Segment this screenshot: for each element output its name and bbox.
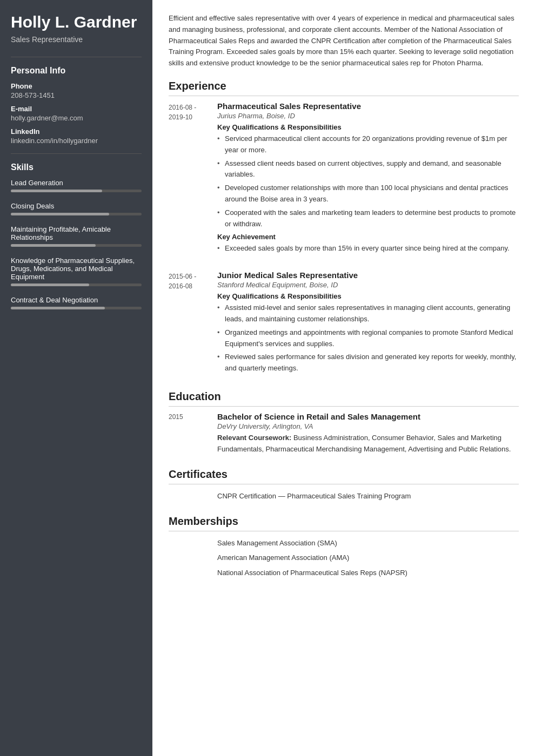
linkedin-info: LinkedIn linkedin.com/in/hollygardner	[11, 127, 142, 145]
skill-item: Knowledge of Pharmaceutical Supplies, Dr…	[11, 256, 142, 286]
membership-item: American Management Association (AMA)	[169, 551, 519, 564]
edu-content: Bachelor of Science in Retail and Sales …	[217, 412, 519, 455]
achievement-heading: Key Achievement	[217, 233, 519, 241]
phone-label: Phone	[11, 82, 142, 90]
exp-company: Stanford Medical Equipment, Boise, ID	[217, 281, 519, 289]
experience-entry: 2015-06 -2016-08 Junior Medical Sales Re…	[169, 271, 519, 377]
exp-content: Pharmaceutical Sales Representative Juri…	[217, 102, 519, 258]
qualification-item: Reviewed sales performance for sales div…	[217, 352, 519, 374]
skill-bar-fill	[11, 307, 105, 309]
skills-list: Lead Generation Closing Deals Maintainin…	[11, 179, 142, 309]
skill-bar-fill	[11, 213, 109, 215]
edu-school: DeVry University, Arlington, VA	[217, 422, 519, 430]
skill-bar-bg	[11, 244, 142, 247]
achievement-item: Exceeded sales goals by more than 15% in…	[217, 243, 519, 254]
skill-bar-fill	[11, 190, 102, 192]
skill-bar-bg	[11, 284, 142, 286]
skill-item: Closing Deals	[11, 202, 142, 215]
exp-title: Junior Medical Sales Representative	[217, 271, 519, 280]
edu-title: Bachelor of Science in Retail and Sales …	[217, 412, 519, 421]
education-section: Education 2015 Bachelor of Science in Re…	[169, 390, 519, 455]
exp-date: 2015-06 -2016-08	[169, 271, 217, 377]
education-heading: Education	[169, 390, 519, 407]
email-info: E-mail holly.gardner@me.com	[11, 105, 142, 122]
exp-content: Junior Medical Sales Representative Stan…	[217, 271, 519, 377]
certificates-list: CNPR Certification — Pharmaceutical Sale…	[169, 490, 519, 502]
qualifications-list: Serviced pharmaceutical client accounts …	[217, 133, 519, 230]
education-entry: 2015 Bachelor of Science in Retail and S…	[169, 412, 519, 455]
candidate-title: Sales Representative	[11, 35, 142, 44]
skill-bar-fill	[11, 284, 89, 286]
linkedin-value: linkedin.com/in/hollygardner	[11, 137, 142, 145]
exp-date: 2016-08 -2019-10	[169, 102, 217, 258]
skill-item: Lead Generation	[11, 179, 142, 192]
certificate-item: CNPR Certification — Pharmaceutical Sale…	[169, 490, 519, 502]
skill-bar-bg	[11, 213, 142, 215]
memberships-section: Memberships Sales Management Association…	[169, 515, 519, 579]
edu-date: 2015	[169, 412, 217, 455]
qualification-item: Assisted mid-level and senior sales repr…	[217, 302, 519, 325]
qualification-item: Cooperated with the sales and marketing …	[217, 207, 519, 230]
experience-heading: Experience	[169, 80, 519, 96]
phone-info: Phone 208-573-1451	[11, 82, 142, 99]
edu-coursework: Relevant Coursework: Business Administra…	[217, 433, 519, 455]
skill-item: Maintaining Profitable, Amicable Relatio…	[11, 225, 142, 247]
experience-section: Experience 2016-08 -2019-10 Pharmaceutic…	[169, 80, 519, 377]
membership-item: National Association of Pharmaceutical S…	[169, 566, 519, 579]
qualifications-heading: Key Qualifications & Responsibilities	[217, 292, 519, 300]
membership-item: Sales Management Association (SMA)	[169, 537, 519, 549]
exp-company: Jurius Pharma, Boise, ID	[217, 112, 519, 120]
skill-bar-bg	[11, 307, 142, 309]
experience-list: 2016-08 -2019-10 Pharmaceutical Sales Re…	[169, 102, 519, 377]
qualifications-list: Assisted mid-level and senior sales repr…	[217, 302, 519, 374]
skill-name: Lead Generation	[11, 179, 142, 187]
qualification-item: Organized meetings and appointments with…	[217, 327, 519, 350]
qualifications-heading: Key Qualifications & Responsibilities	[217, 123, 519, 131]
personal-info-heading: Personal Info	[11, 66, 142, 76]
skills-heading: Skills	[11, 163, 142, 172]
sidebar: Holly L. Gardner Sales Representative Pe…	[0, 0, 152, 756]
skill-name: Contract & Deal Negotiation	[11, 296, 142, 304]
education-list: 2015 Bachelor of Science in Retail and S…	[169, 412, 519, 455]
main-content: Efficient and effective sales representa…	[152, 0, 535, 756]
skill-name: Maintaining Profitable, Amicable Relatio…	[11, 225, 142, 241]
experience-entry: 2016-08 -2019-10 Pharmaceutical Sales Re…	[169, 102, 519, 258]
summary-text: Efficient and effective sales representa…	[169, 13, 519, 69]
exp-title: Pharmaceutical Sales Representative	[217, 102, 519, 111]
skill-item: Contract & Deal Negotiation	[11, 296, 142, 309]
phone-value: 208-573-1451	[11, 91, 142, 99]
candidate-name: Holly L. Gardner	[11, 13, 142, 32]
qualification-item: Assessed client needs based on current o…	[217, 158, 519, 181]
qualification-item: Serviced pharmaceutical client accounts …	[217, 133, 519, 156]
memberships-list: Sales Management Association (SMA)Americ…	[169, 537, 519, 579]
certificates-heading: Certificates	[169, 468, 519, 484]
achievement-list: Exceeded sales goals by more than 15% in…	[217, 243, 519, 254]
qualification-item: Developed customer relationships with mo…	[217, 183, 519, 205]
certificates-section: Certificates CNPR Certification — Pharma…	[169, 468, 519, 502]
linkedin-label: LinkedIn	[11, 127, 142, 136]
email-value: holly.gardner@me.com	[11, 114, 142, 122]
skill-name: Knowledge of Pharmaceutical Supplies, Dr…	[11, 256, 142, 281]
memberships-heading: Memberships	[169, 515, 519, 531]
email-label: E-mail	[11, 105, 142, 113]
skill-name: Closing Deals	[11, 202, 142, 210]
skill-bar-fill	[11, 244, 96, 247]
skill-bar-bg	[11, 190, 142, 192]
